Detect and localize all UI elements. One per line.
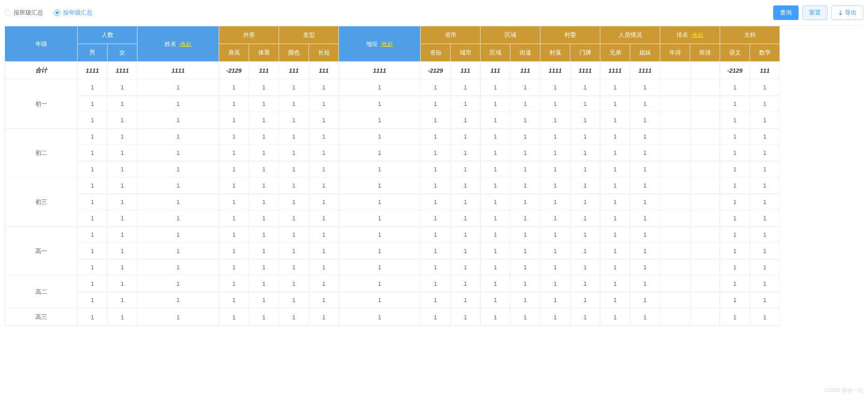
- th-name[interactable]: 姓名-收起: [137, 26, 219, 62]
- data-cell: 1: [309, 112, 339, 129]
- data-cell: 1: [137, 243, 219, 259]
- data-cell: [690, 308, 720, 326]
- total-cell: 1111: [108, 62, 137, 79]
- data-cell: 1: [309, 194, 339, 210]
- data-cell: 1: [600, 112, 630, 129]
- data-cell: 1: [279, 129, 309, 145]
- data-cell: 1: [249, 79, 279, 96]
- data-cell: 1: [481, 227, 510, 243]
- collapse-rank[interactable]: -收起: [691, 32, 704, 38]
- data-cell: 1: [451, 243, 481, 259]
- data-cell: [690, 276, 720, 292]
- collapse-name[interactable]: -收起: [179, 41, 192, 47]
- data-cell: 1: [421, 210, 451, 227]
- th-city: 城市: [451, 44, 481, 62]
- data-cell: 1: [510, 96, 540, 112]
- data-cell: 1: [720, 129, 750, 145]
- data-cell: [660, 308, 690, 326]
- table-row: 111111111111111111: [5, 194, 780, 210]
- data-cell: 1: [78, 145, 108, 161]
- total-cell: 111: [279, 62, 309, 79]
- radio-by-class[interactable]: 按班级汇总: [5, 9, 43, 17]
- th-hair: 发型: [279, 26, 339, 44]
- data-cell: 1: [630, 161, 660, 178]
- data-cell: 1: [600, 292, 630, 308]
- data-cell: 1: [279, 161, 309, 178]
- data-cell: 1: [720, 210, 750, 227]
- data-cell: 1: [421, 227, 451, 243]
- data-cell: 1: [309, 227, 339, 243]
- data-cell: 1: [309, 161, 339, 178]
- data-cell: 1: [720, 96, 750, 112]
- data-cell: 1: [510, 259, 540, 276]
- data-cell: [690, 178, 720, 194]
- data-cell: 1: [451, 210, 481, 227]
- total-cell: -2129: [421, 62, 451, 79]
- data-cell: 1: [630, 210, 660, 227]
- th-provcity: 省市: [421, 26, 481, 44]
- data-cell: 1: [339, 276, 421, 292]
- data-cell: 1: [78, 276, 108, 292]
- data-cell: 1: [108, 210, 137, 227]
- data-cell: 1: [249, 210, 279, 227]
- table-scroll-container[interactable]: 年级 人数 姓名-收起 外形 发型 地址-收起 省市 区域 村委 人员情况 排名…: [5, 25, 863, 326]
- data-cell: 1: [108, 243, 137, 259]
- data-cell: 1: [510, 178, 540, 194]
- export-button[interactable]: ⇣ 导出: [831, 5, 863, 20]
- data-cell: 1: [750, 129, 780, 145]
- data-cell: 1: [540, 79, 570, 96]
- data-cell: 1: [510, 292, 540, 308]
- data-cell: 1: [510, 79, 540, 96]
- radio-by-grade[interactable]: 按年级汇总: [54, 9, 93, 17]
- data-cell: 1: [309, 96, 339, 112]
- data-cell: 1: [339, 161, 421, 178]
- data-cell: 1: [309, 259, 339, 276]
- data-cell: 1: [219, 96, 249, 112]
- reset-button[interactable]: 重置: [802, 5, 828, 20]
- grade-cell: 高二: [5, 276, 78, 308]
- data-cell: 1: [540, 145, 570, 161]
- data-cell: 1: [570, 276, 600, 292]
- data-cell: 1: [540, 227, 570, 243]
- table-row: 111111111111111111: [5, 145, 780, 161]
- data-cell: 1: [630, 79, 660, 96]
- data-cell: 1: [720, 227, 750, 243]
- grade-cell: 初一: [5, 79, 78, 129]
- data-cell: 1: [137, 210, 219, 227]
- th-rank[interactable]: 排名-收起: [660, 26, 720, 44]
- data-cell: 1: [481, 96, 510, 112]
- data-cell: 1: [630, 276, 660, 292]
- th-address[interactable]: 地址-收起: [339, 26, 421, 62]
- data-cell: 1: [339, 227, 421, 243]
- data-cell: 1: [78, 259, 108, 276]
- data-cell: 1: [540, 308, 570, 326]
- data-cell: 1: [570, 145, 600, 161]
- data-cell: 1: [249, 276, 279, 292]
- data-cell: 1: [630, 145, 660, 161]
- data-cell: [660, 145, 690, 161]
- data-cell: 1: [108, 145, 137, 161]
- collapse-address[interactable]: -收起: [381, 41, 393, 47]
- data-cell: 1: [137, 112, 219, 129]
- query-button[interactable]: 查询: [773, 5, 799, 20]
- data-cell: 1: [219, 276, 249, 292]
- th-count: 人数: [78, 26, 137, 44]
- data-cell: 1: [481, 243, 510, 259]
- data-cell: 1: [720, 308, 750, 326]
- table-row: 111111111111111111: [5, 292, 780, 308]
- table-row: 高一111111111111111111: [5, 227, 780, 243]
- data-cell: 1: [570, 308, 600, 326]
- data-cell: 1: [219, 79, 249, 96]
- data-cell: 1: [108, 227, 137, 243]
- data-cell: 1: [137, 129, 219, 145]
- data-cell: 1: [421, 194, 451, 210]
- data-cell: 1: [219, 259, 249, 276]
- table-row: 初三111111111111111111: [5, 178, 780, 194]
- data-cell: 1: [279, 243, 309, 259]
- data-cell: 1: [249, 129, 279, 145]
- data-cell: 1: [309, 129, 339, 145]
- data-cell: 1: [339, 145, 421, 161]
- data-cell: 1: [309, 292, 339, 308]
- data-cell: 1: [249, 243, 279, 259]
- table-row: 高二111111111111111111: [5, 276, 780, 292]
